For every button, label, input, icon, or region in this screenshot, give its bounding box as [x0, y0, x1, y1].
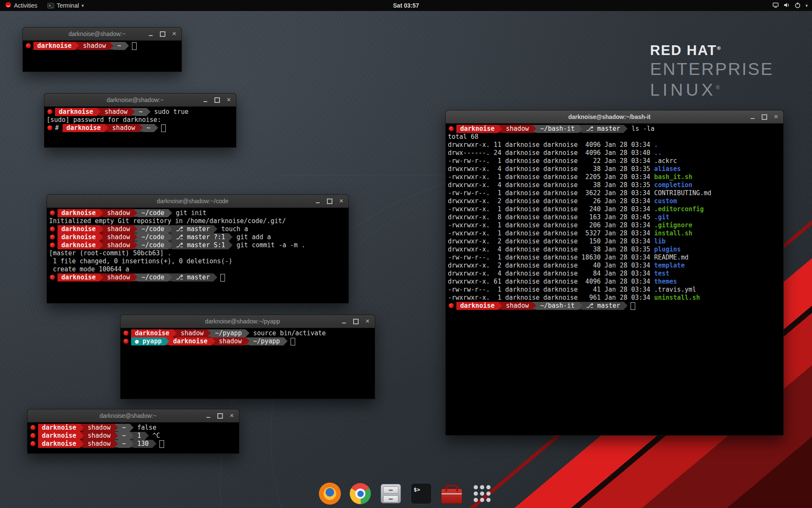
terminal-cursor	[220, 274, 225, 282]
redhat-prompt-icon	[123, 339, 129, 344]
files-icon	[381, 484, 401, 503]
terminal-line: drwx------. 24 darknoise darknoise 4096 …	[448, 149, 781, 157]
minimize-button[interactable]	[205, 413, 211, 419]
terminal-line: darknoiseshadow~1 ^C	[30, 432, 237, 440]
redhat-prompt-icon	[47, 125, 52, 130]
powerline-arrow-icon	[579, 302, 582, 309]
maximize-button[interactable]	[326, 198, 332, 204]
terminal-content[interactable]: darknoiseshadow~/pyapp source bin/activa…	[121, 328, 375, 399]
maximize-button[interactable]	[761, 114, 767, 120]
powerline-arrow-icon	[154, 124, 158, 132]
powerline-arrow-icon	[532, 125, 536, 133]
close-button[interactable]: ×	[338, 198, 344, 204]
powerline-arrow-icon	[99, 225, 103, 233]
redhat-prompt-icon	[30, 441, 36, 446]
powerline-arrow-icon	[168, 273, 172, 281]
dock-item-toolbox[interactable]	[440, 482, 464, 505]
terminal-content[interactable]: darknoiseshadow~/code git initInitialize…	[47, 208, 348, 304]
terminal-line: darknoiseshadow~	[25, 42, 179, 50]
close-button[interactable]: ×	[171, 31, 177, 37]
terminal-content[interactable]: darknoiseshadow~ falsedarknoiseshadow~1 …	[27, 422, 239, 454]
powerline-arrow-icon	[130, 432, 134, 439]
terminal-line: Initialized empty Git repository in /hom…	[49, 217, 346, 225]
powerline-arrow-icon	[624, 125, 628, 133]
terminal-content[interactable]: darknoiseshadow~ sudo true[sudo] passwor…	[44, 107, 236, 148]
terminal-icon: $>	[411, 483, 432, 504]
terminal-line: drwxrwxr-x. 4 darknoise darknoise 38 Jan…	[448, 246, 781, 254]
powerline-arrow-icon	[624, 302, 628, 309]
dock-item-app-grid[interactable]	[470, 482, 494, 505]
terminal-line: drwxrwxr-x. 11 darknoise darknoise 4096 …	[448, 141, 781, 149]
maximize-button[interactable]	[353, 318, 359, 324]
minimize-button[interactable]	[202, 97, 208, 103]
window-titlebar[interactable]: darknoise@shadow:~×	[44, 94, 236, 107]
terminal-line: darknoiseshadow~/bash-it⎇ master	[448, 302, 781, 310]
dock-item-terminal[interactable]: $>	[409, 482, 433, 505]
maximize-button[interactable]	[159, 31, 165, 37]
window-titlebar[interactable]: darknoise@shadow:~/code×	[47, 195, 348, 208]
terminal-line: -rw-rw-r--. 1 darknoise darknoise 22 Jan…	[448, 157, 781, 165]
terminal-content[interactable]: darknoiseshadow~	[23, 41, 181, 72]
window-titlebar[interactable]: darknoise@shadow:~×	[23, 28, 181, 41]
powerline-arrow-icon	[130, 440, 134, 447]
display-icon[interactable]	[772, 2, 779, 10]
powerline-arrow-icon	[211, 337, 215, 345]
powerline-arrow-icon	[284, 337, 288, 345]
powerline-arrow-icon	[139, 124, 143, 132]
minimize-button[interactable]	[315, 198, 321, 204]
close-button[interactable]: ×	[365, 318, 370, 324]
terminal-line: create mode 100644 a	[49, 265, 346, 273]
terminal-cursor	[161, 124, 166, 132]
powerline-arrow-icon	[134, 273, 137, 281]
terminal-line: -rw-rw-r--. 1 darknoise darknoise 41 Jan…	[448, 286, 781, 294]
powerline-arrow-icon	[130, 424, 134, 431]
close-button[interactable]: ×	[773, 114, 779, 120]
powerline-arrow-icon	[110, 42, 113, 50]
app-menu-label: Terminal	[57, 2, 79, 9]
window-titlebar[interactable]: darknoise@shadow:~×	[27, 409, 239, 422]
powerline-arrow-icon	[153, 440, 156, 447]
powerline-arrow-icon	[147, 108, 151, 116]
terminal-line: darknoiseshadow~/code⎇ master	[49, 273, 346, 282]
powerline-arrow-icon	[134, 209, 137, 217]
terminal-line: darknoiseshadow~130	[30, 440, 237, 448]
app-menu-terminal[interactable]: >_ Terminal ▾	[42, 0, 89, 11]
minimize-button[interactable]	[749, 114, 755, 120]
activities-button[interactable]: Activities	[0, 0, 42, 11]
window-titlebar[interactable]: darknoise@shadow:~/bash-it×	[446, 110, 783, 124]
volume-icon[interactable]	[783, 2, 790, 10]
powerline-arrow-icon	[145, 432, 149, 439]
maximize-button[interactable]	[217, 413, 223, 419]
powerline-arrow-icon	[173, 329, 177, 337]
window-titlebar[interactable]: darknoise@shadow:~/pyapp×	[121, 315, 375, 328]
top-bar: Activities >_ Terminal ▾ Sat 03:57 ▾	[0, 0, 812, 11]
close-button[interactable]: ×	[226, 97, 232, 103]
powerline-arrow-icon	[80, 424, 84, 431]
terminal-line: total 68	[448, 133, 781, 141]
powerline-arrow-icon	[246, 337, 250, 345]
dock-item-chrome[interactable]	[348, 482, 372, 505]
terminal-line: -rwxrwxr-x. 1 darknoise darknoise 206 Ja…	[448, 221, 781, 229]
close-button[interactable]: ×	[229, 413, 235, 419]
power-icon[interactable]	[794, 2, 801, 10]
powerline-arrow-icon	[97, 108, 101, 116]
powerline-arrow-icon	[80, 432, 84, 439]
powerline-arrow-icon	[134, 225, 137, 233]
terminal-line: darknoiseshadow~ sudo true	[47, 108, 234, 116]
powerline-arrow-icon	[165, 337, 169, 345]
dock-item-files[interactable]	[379, 482, 403, 505]
maximize-button[interactable]	[214, 97, 220, 103]
dock-item-firefox[interactable]	[318, 482, 342, 505]
powerline-arrow-icon	[114, 440, 118, 447]
terminal-line: -rw-rw-r--. 1 darknoise darknoise 3622 J…	[448, 189, 781, 197]
terminal-line: darknoiseshadow~/code⎇ master S:1 git co…	[49, 241, 346, 249]
chrome-icon	[350, 483, 371, 504]
chevron-down-icon[interactable]: ▾	[805, 3, 808, 8]
terminal-line: drwxrwxr-x. 61 darknoise darknoise 4096 …	[448, 278, 781, 286]
minimize-button[interactable]	[341, 318, 347, 324]
terminal-line: 1 file changed, 0 insertions(+), 0 delet…	[49, 257, 346, 265]
minimize-button[interactable]	[148, 31, 154, 37]
chevron-down-icon: ▾	[82, 3, 84, 8]
clock[interactable]: Sat 03:57	[393, 2, 419, 9]
terminal-content[interactable]: darknoiseshadow~/bash-it⎇ master ls -lat…	[446, 124, 783, 436]
